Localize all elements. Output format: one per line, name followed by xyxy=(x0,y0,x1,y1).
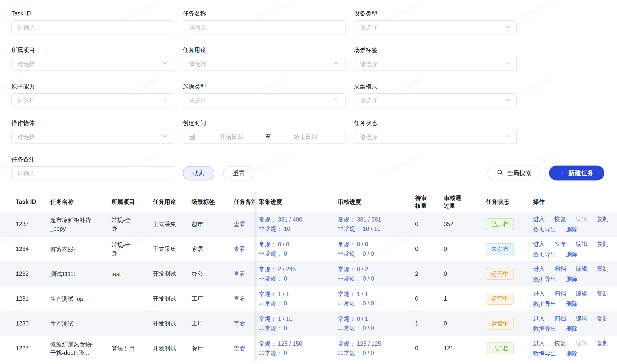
filter-field: 任务状态请选择 xyxy=(354,120,517,144)
filter-text-input[interactable] xyxy=(183,20,346,34)
op-link[interactable]: 复制 xyxy=(597,339,609,347)
col-header-project: 所属项目 xyxy=(111,198,153,206)
filter-field: 任务用途请选择 xyxy=(183,47,346,71)
table-row: 1227微波炉加热食物-干扰-depth降...算法专用开发测试餐厅查看常规： … xyxy=(0,336,617,361)
cell-review-progress: 常规： 125 / 125非常规： 0 / 0 xyxy=(338,339,415,358)
chevron-down-icon xyxy=(333,96,339,104)
cell-purpose: 开发测试 xyxy=(153,270,192,278)
op-link[interactable]: 数据导出 xyxy=(533,325,556,333)
remark-view-link[interactable]: 查看 xyxy=(234,221,245,227)
select-placeholder: 请选择 xyxy=(360,133,378,141)
select-placeholder: 请选择 xyxy=(18,60,35,68)
op-link[interactable]: 数据导出 xyxy=(533,350,556,358)
op-link[interactable]: 删除 xyxy=(566,250,578,258)
table-row: 1231生产测试_op开发测试工厂查看常规： 1 / 1非常规： 0常规： 1 … xyxy=(0,286,617,311)
op-link[interactable]: 编辑 xyxy=(576,339,587,347)
remark-view-link[interactable]: 查看 xyxy=(234,270,245,277)
filter-select[interactable]: 请选择 xyxy=(183,93,346,107)
filter-text-input[interactable] xyxy=(11,20,174,34)
op-link[interactable]: 进入 xyxy=(533,315,545,322)
remark-view-link[interactable]: 查看 xyxy=(234,295,245,302)
op-link[interactable]: 编辑 xyxy=(576,265,587,273)
op-link[interactable]: 编辑 xyxy=(576,240,587,248)
progress-line: 非常规： 0 xyxy=(259,299,335,308)
cell-status: 已归档 xyxy=(486,218,533,230)
cell-status: 已归档 xyxy=(486,342,533,354)
cell-project: 常规-全身 xyxy=(111,216,153,233)
op-link[interactable]: 进入 xyxy=(533,215,545,223)
op-link[interactable]: 删除 xyxy=(566,350,578,358)
cell-task-name: 测试11111 xyxy=(50,270,111,278)
cell-task-name: 熨烫衣服- xyxy=(50,245,111,253)
filter-label: 任务用途 xyxy=(183,47,346,53)
op-link[interactable]: 删除 xyxy=(566,275,578,283)
op-link[interactable]: 归档 xyxy=(554,315,566,322)
reset-button[interactable]: 重置 xyxy=(223,166,254,180)
filter-select[interactable]: 请选择 xyxy=(354,93,517,107)
filter-select[interactable]: 请选择 xyxy=(11,93,174,107)
op-link[interactable]: 恢复 xyxy=(554,215,566,223)
op-link[interactable]: 复制 xyxy=(597,240,609,248)
op-link[interactable]: 编辑 xyxy=(576,290,587,298)
op-link[interactable]: 归档 xyxy=(554,290,566,298)
op-link[interactable]: 发布 xyxy=(554,240,566,248)
remark-view-link[interactable]: 查看 xyxy=(234,246,245,252)
op-link[interactable]: 恢复 xyxy=(554,339,566,347)
op-link[interactable]: 删除 xyxy=(566,325,578,333)
op-link[interactable]: 删除 xyxy=(566,300,578,308)
cell-passed-count: 0 xyxy=(444,246,486,252)
op-link[interactable]: 进入 xyxy=(533,290,545,298)
op-link[interactable]: 数据导出 xyxy=(533,300,556,308)
progress-line: 常规： 1 / 10 xyxy=(259,314,335,324)
op-link[interactable]: 进入 xyxy=(533,240,545,248)
filter-bottom-row: 任务备注 搜索 重置 全局搜索 + 新建任务 xyxy=(11,156,604,180)
project-text: test xyxy=(111,270,121,278)
new-task-button[interactable]: + 新建任务 xyxy=(549,166,604,180)
filter-field: 操作物体请选择 xyxy=(11,120,174,144)
progress-line: 常规： 2 / 245 xyxy=(259,265,335,274)
cell-review-progress: 常规： 0 / 2非常规： 0 / 0 xyxy=(338,265,415,283)
filter-text-input[interactable] xyxy=(11,166,174,180)
op-link[interactable]: 复制 xyxy=(597,265,609,273)
progress-line: 常规： 0 / 0 xyxy=(259,240,335,249)
filter-select[interactable]: 请选择 xyxy=(354,130,517,144)
cell-scene: 工厂 xyxy=(192,295,234,303)
op-link[interactable]: 删除 xyxy=(566,226,578,233)
col-header-passed: 审核通过量 xyxy=(444,194,486,209)
select-placeholder: 请选择 xyxy=(189,60,206,68)
progress-line: 常规： 125 / 125 xyxy=(338,339,413,349)
cell-purpose: 开发测试 xyxy=(153,320,192,327)
filter-select[interactable]: 请选择 xyxy=(183,57,346,71)
op-link[interactable]: 进入 xyxy=(533,339,545,347)
status-badge: 已归档 xyxy=(486,342,514,354)
remark-view-link[interactable]: 查看 xyxy=(234,345,245,352)
cell-project xyxy=(111,295,153,302)
op-link[interactable]: 进入 xyxy=(533,265,545,273)
cell-passed-count: 0 xyxy=(444,270,486,277)
global-search-button[interactable]: 全局搜索 xyxy=(487,166,540,180)
cell-project: 常规-全身 xyxy=(111,241,153,258)
cell-review-progress: 常规： 0 / 0非常规： 0 / 0 xyxy=(338,240,415,259)
filter-select[interactable]: 请选择 xyxy=(11,130,174,144)
op-link[interactable]: 数据导出 xyxy=(533,226,556,233)
ops-line: 进入恢复编辑复制 xyxy=(533,215,614,223)
op-link[interactable]: 复制 xyxy=(597,290,609,298)
op-link[interactable]: 归档 xyxy=(554,265,566,273)
filter-field: 原子能力请选择 xyxy=(11,83,174,107)
filter-select[interactable]: 请选择 xyxy=(354,57,517,71)
op-link[interactable]: 数据导出 xyxy=(533,250,556,258)
date-range-input[interactable]: 开始日期至结束日期 xyxy=(183,130,346,144)
cell-remark: 查看 xyxy=(234,295,254,303)
cell-task-id: 1227 xyxy=(16,345,50,352)
filter-select[interactable]: 请选择 xyxy=(11,57,174,71)
op-link[interactable]: 编辑 xyxy=(576,215,587,223)
remark-view-link[interactable]: 查看 xyxy=(234,320,245,327)
search-button[interactable]: 搜索 xyxy=(183,166,214,180)
op-link[interactable]: 编辑 xyxy=(576,315,587,322)
op-link[interactable]: 数据导出 xyxy=(533,275,556,283)
plus-icon: + xyxy=(560,169,564,177)
filter-panel: Task ID任务名称设备类型请选择所属项目请选择任务用途请选择场景标签请选择原… xyxy=(0,0,617,180)
op-link[interactable]: 复制 xyxy=(597,215,609,223)
op-link[interactable]: 复制 xyxy=(597,315,609,322)
filter-select[interactable]: 请选择 xyxy=(354,20,517,34)
